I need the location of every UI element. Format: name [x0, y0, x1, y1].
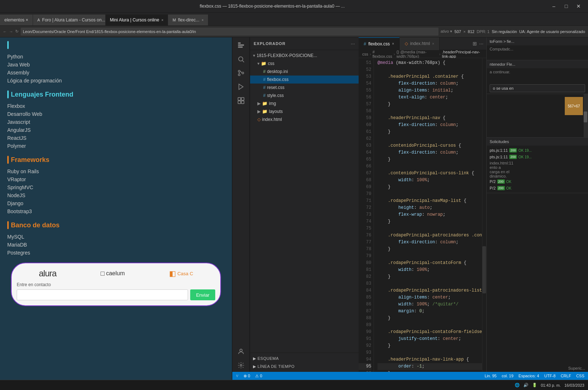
nav-item-django[interactable]: Django	[7, 199, 225, 207]
editor-tab-flexbox-label: flexbox.css	[368, 41, 390, 46]
tab-close-index[interactable]: ×	[432, 42, 434, 46]
form-panel-text: Computadc...	[490, 47, 513, 51]
browser-tab-4[interactable]: M flex-direc... ×	[168, 15, 208, 25]
accent-bar	[7, 41, 9, 49]
editor-tab-index[interactable]: ◇ index.html ×	[400, 37, 440, 50]
more-actions-icon[interactable]: ···	[479, 41, 483, 46]
nav-item-ruby[interactable]: Ruby on Rails	[7, 167, 225, 175]
tree-folder-layouts[interactable]: ▶ 📁 layouts	[250, 107, 359, 115]
explorer-menu-icon[interactable]: ···	[351, 41, 355, 46]
tree-folder-img[interactable]: ▶ 📁 img	[250, 99, 359, 107]
nav-item-bootstrap[interactable]: Bootstrap3	[7, 207, 225, 215]
run-icon[interactable]	[234, 80, 248, 93]
code-editor[interactable]: @media (max-width:768px) { .headerPrinci…	[374, 58, 482, 372]
extensions-icon[interactable]	[234, 94, 248, 107]
tree-file-desktop-ini[interactable]: # desktop.ini	[250, 68, 359, 76]
breadcrumb-selector[interactable]: .headerPrincipal-nav-link-app	[442, 50, 483, 58]
nav-item-react[interactable]: ReactJS	[7, 134, 225, 142]
schema-section: ▶ ESQUEMA ▶ LÍNEA DE TIEMPO	[250, 353, 359, 372]
tree-file-reset-css[interactable]: # reset.css	[250, 84, 359, 92]
editor-tab-bar: # flexbox.css × ◇ index.html × ⊞ ···	[359, 37, 486, 50]
breadcrumb: css › # flexbox.css › {} @media (max-wid…	[359, 50, 486, 58]
maximize-button[interactable]: □	[561, 1, 571, 11]
status-col[interactable]: col. 19	[502, 374, 513, 378]
account-icon[interactable]	[234, 345, 248, 358]
timeline-header[interactable]: ▶ LÍNEA DE TIEMPO	[250, 362, 359, 370]
folder-img-label: img	[269, 101, 276, 106]
split-editor-icon[interactable]: ⊞	[473, 41, 477, 46]
nav-forward[interactable]: →	[9, 29, 13, 34]
settings-icon[interactable]	[234, 359, 248, 372]
send-button[interactable]: Enviar	[190, 289, 215, 300]
requests-content: pts.js:1:11 200 OK 19... pts.js:1:11 200…	[487, 146, 588, 193]
tab-label: Foro | Alura Latam - Cursos on...	[42, 17, 105, 23]
breadcrumb-css[interactable]: css	[362, 52, 368, 56]
tab-close-icon[interactable]: ×	[201, 18, 204, 22]
main-layout: Python Java Web Assembly Lógica de progr…	[0, 37, 588, 380]
nav-item-desaweb[interactable]: Desarrollo Web	[7, 110, 225, 118]
nav-item-logica[interactable]: Lógica de programación	[7, 77, 225, 85]
status-spaces[interactable]: Espacios: 4	[519, 374, 539, 378]
search-icon[interactable]	[234, 53, 248, 66]
window-title: flexbox.css — 1815-flexbox-posicione-ele…	[0, 4, 544, 9]
tab-label: elementos ×	[4, 17, 28, 23]
status-line-ending[interactable]: CRLF	[561, 374, 571, 378]
request-item-1: pts.js:1:11 200 OK 19...	[490, 147, 585, 154]
nav-item-nodejs[interactable]: NodeJS	[7, 191, 225, 199]
svg-point-5	[238, 70, 240, 72]
contact-label: Entre en contacto	[17, 282, 215, 287]
nav-item-spring[interactable]: SpringMVC	[7, 183, 225, 191]
editor-body: 51525354 55565758 59606162 63646566 6768…	[359, 58, 486, 372]
tab-close-flexbox[interactable]: ×	[392, 42, 394, 46]
timeline-expand-icon: ▶	[253, 364, 256, 369]
tree-file-flexbox-css[interactable]: # flexbox.css	[250, 76, 359, 84]
scroll-indicator[interactable]	[584, 94, 588, 137]
nav-item-assembly[interactable]: Assembly	[7, 69, 225, 77]
address-input[interactable]	[21, 28, 438, 36]
nav-item-js[interactable]: Javascript	[7, 118, 225, 126]
svg-rect-2	[238, 46, 242, 48]
status-line[interactable]: Lin. 95	[485, 374, 497, 378]
errors-count[interactable]: ⊗ 0	[244, 374, 250, 378]
nav-item-mysql[interactable]: MySQL	[7, 233, 225, 241]
swatch-label: 567×67	[568, 104, 580, 108]
mini-scroll[interactable]	[482, 58, 486, 372]
tree-file-index-html[interactable]: ◇ index.html	[250, 115, 359, 123]
editor-tab-flexbox[interactable]: # flexbox.css ×	[359, 37, 400, 50]
source-control-icon[interactable]	[234, 66, 248, 80]
close-button[interactable]: ✕	[573, 1, 584, 11]
tree-root[interactable]: ▾ 1815-FLEXBOX-POSICIONE...	[250, 52, 359, 60]
schema-header[interactable]: ▶ ESQUEMA	[250, 354, 359, 362]
tree-folder-css[interactable]: ▾ 📁 css	[250, 60, 359, 68]
nav-item-python[interactable]: Python	[7, 53, 225, 61]
tab-favicon: A	[37, 18, 40, 22]
explorer-icon[interactable]	[234, 39, 248, 52]
status-language[interactable]: CSS	[576, 374, 584, 378]
nav-item-polymer[interactable]: Polymer	[7, 142, 225, 150]
browser-tab-3[interactable]: Mini Alura | Cursos online ×	[106, 15, 168, 25]
root-label: 1815-FLEXBOX-POSICIONE...	[257, 53, 317, 58]
title-bar: flexbox.css — 1815-flexbox-posicione-ele…	[0, 0, 588, 13]
svg-rect-14	[238, 101, 241, 104]
git-branch-icon: ⑂	[236, 374, 238, 378]
nav-item-angular[interactable]: AngularJS	[7, 126, 225, 134]
nav-item-mariadb[interactable]: MariaDB	[7, 241, 225, 249]
tree-file-style-css[interactable]: # style.css	[250, 92, 359, 99]
browser-tab-2[interactable]: A Foro | Alura Latam - Cursos on... ×	[33, 15, 106, 25]
browser-tab-1[interactable]: elementos ×	[0, 15, 33, 25]
minimize-button[interactable]: –	[549, 1, 559, 11]
nav-item-java[interactable]: Java Web	[7, 61, 225, 69]
tab-close-icon[interactable]: ×	[162, 18, 164, 22]
nav-item-vraptor[interactable]: VRaptor	[7, 175, 225, 183]
breadcrumb-flexbox[interactable]: # flexbox.css	[372, 50, 392, 58]
nav-item-postgres[interactable]: Postegres	[7, 249, 225, 257]
nav-refresh[interactable]: ↻	[15, 29, 19, 34]
breadcrumb-media[interactable]: {} @media (max-width:768px)	[396, 50, 438, 58]
status-encoding[interactable]: UTF-8	[544, 374, 555, 378]
nav-item-flexbox[interactable]: Flexbox	[7, 102, 225, 110]
nav-back[interactable]: ←	[3, 29, 7, 34]
contact-input[interactable]	[17, 289, 188, 300]
warnings-count[interactable]: ⚠ 0	[255, 374, 262, 378]
line-numbers: 51525354 55565758 59606162 63646566 6768…	[359, 58, 374, 372]
vscode-area: EXPLORADOR ··· ▾ 1815-FLEXBOX-POSICIONE.…	[232, 37, 588, 380]
